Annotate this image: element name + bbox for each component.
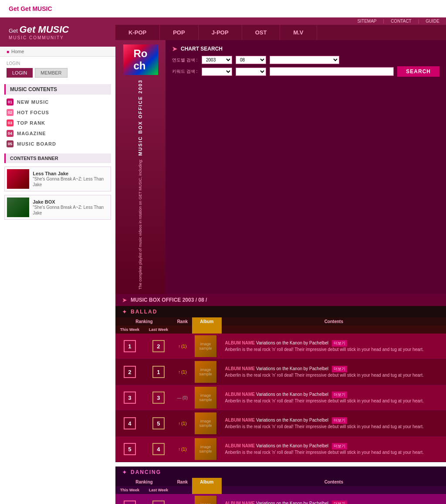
contents-col-header-d xyxy=(222,486,446,494)
album-thumb-text: imagesample xyxy=(199,445,212,453)
nav-label-2: HOT FOCUS xyxy=(17,110,49,115)
album-name-row: ALBUM NAME Variations on the Kanon by Pa… xyxy=(225,366,443,372)
nav-item-top-rank[interactable]: 03 TOP RANK xyxy=(0,118,115,128)
album-col-header-d xyxy=(192,486,222,494)
top-logo-music: Get MUSIC xyxy=(20,5,52,12)
album-thumb-text: imagesample xyxy=(199,368,212,376)
contents-cell: ALBUM NAME Variations on the Kanon by Pa… xyxy=(222,436,446,462)
rank-num-box: 3 xyxy=(124,392,136,404)
contents-header: Contents xyxy=(222,317,446,326)
album-cell[interactable]: imagesample xyxy=(192,411,222,436)
nav-item-hot-focus[interactable]: 02 HOT FOCUS xyxy=(0,107,115,118)
banner-thumb-1 xyxy=(7,169,29,189)
tab-mv[interactable]: M.V xyxy=(280,25,317,40)
member-button[interactable]: MEMBER xyxy=(35,68,67,78)
album-thumb-text: imagesample xyxy=(199,502,212,504)
nav-label-5: MUSIC BOARD xyxy=(17,141,56,146)
nav-sep-1: | xyxy=(383,19,385,24)
keyword-input[interactable] xyxy=(270,67,394,76)
dancing-name: DANCING xyxy=(131,469,161,475)
tab-pop[interactable]: POP xyxy=(160,25,198,40)
last-week-num-box: 5 xyxy=(152,417,165,429)
year-select-2[interactable]: 08 xyxy=(236,56,266,64)
this-week-header-b: This Week xyxy=(115,326,144,334)
nav-num-1: 01 xyxy=(7,99,14,106)
year-select-3[interactable] xyxy=(270,56,339,64)
album-col-header-b xyxy=(192,326,222,334)
album-thumb: imagesample xyxy=(195,438,216,460)
year-search-label: 연도별 검색 : xyxy=(172,57,198,63)
nav-sitemap[interactable]: SITEMAP xyxy=(358,19,377,24)
tab-jpop[interactable]: J-POP xyxy=(199,25,242,40)
music-box-header: ➤ MUSIC BOX OFFICE 2003 / 08 / xyxy=(115,294,446,306)
year-select-1[interactable]: 2003 xyxy=(202,56,232,64)
more-button[interactable]: 더보기 xyxy=(332,366,347,372)
keyword-select-2[interactable] xyxy=(236,68,266,76)
more-button[interactable]: 더보기 xyxy=(332,443,347,450)
more-button[interactable]: 더보기 xyxy=(332,501,347,504)
album-name-row: ALBUM NAME Variations on the Kanon by Pa… xyxy=(225,340,443,347)
keyword-select-1[interactable] xyxy=(202,68,232,76)
more-button[interactable]: 더보기 xyxy=(332,340,347,347)
album-thumb: imagesample xyxy=(195,387,216,409)
contents-cell: ALBUM NAME Variations on the Kanon by Pa… xyxy=(222,334,446,359)
sidebar: Get Get MUSIC MUSIC COMMUNITY ■ Home LOG… xyxy=(0,17,115,504)
banner-search-area: Roch MUSIC BOX OFFICE 2003 The complete … xyxy=(115,40,446,294)
album-cell[interactable]: imagesample xyxy=(192,334,222,359)
nav-contact[interactable]: CONTACT xyxy=(391,19,412,24)
album-name-label: ALBUM NAME xyxy=(225,366,255,371)
content-desc: Anberlin is the real rock 'n' roll deal!… xyxy=(225,347,443,353)
genre-tabs: K-POP POP J-POP OST M.V xyxy=(115,25,446,40)
login-button[interactable]: LOGIN xyxy=(7,68,33,78)
dancing-star: ✦ xyxy=(122,469,127,476)
nav-item-music-board[interactable]: 05 MUSIC BOARD xyxy=(0,139,115,149)
album-thumb: imagesample xyxy=(195,361,216,383)
album-cell[interactable]: imagesample xyxy=(192,494,222,504)
banner-item-1[interactable]: Less Than Jake "She's Gonna Break A~Z: L… xyxy=(4,167,111,191)
nav-num-5: 05 xyxy=(7,140,14,147)
keyword-search-row: 키워드 검색 : SEARCH xyxy=(172,66,439,77)
content-desc: Anberlin is the real rock 'n' roll deal!… xyxy=(225,372,443,378)
album-name-label: ALBUM NAME xyxy=(225,392,255,397)
music-box-title: MUSIC BOX OFFICE 2003 / 08 / xyxy=(131,297,207,303)
rank-change-header: Rank xyxy=(173,317,192,326)
album-name-row: ALBUM NAME Variations on the Kanon by Pa… xyxy=(225,443,443,450)
album-name-row: ALBUM NAME Variations on the Kanon by Pa… xyxy=(225,501,443,504)
more-button[interactable]: 더보기 xyxy=(332,417,347,424)
contents-cell: ALBUM NAME Variations on the Kanon by Pa… xyxy=(222,385,446,411)
rank-num-box: 1 xyxy=(124,340,136,352)
top-bar: Get Get MUSIC xyxy=(0,0,446,17)
rank-change-cell: ↑(1) xyxy=(173,334,192,359)
album-name-label: ALBUM NAME xyxy=(225,341,255,345)
content-desc: Anberlin is the real rock 'n' roll deal!… xyxy=(225,424,443,430)
rank-change-indicator: ↑(1) xyxy=(176,421,189,426)
album-cell[interactable]: imagesample xyxy=(192,436,222,462)
search-button[interactable]: SEARCH xyxy=(397,66,439,77)
tab-ost[interactable]: OST xyxy=(242,25,280,40)
sidebar-logo-get: Get Get MUSIC xyxy=(9,24,69,35)
tab-kpop[interactable]: K-POP xyxy=(115,25,160,40)
nav-item-magazine[interactable]: 04 MAGAZINE xyxy=(0,128,115,139)
nav-item-new-music[interactable]: 01 NEW MUSIC xyxy=(0,97,115,107)
content-panel: Roch MUSIC BOX OFFICE 2003 The complete … xyxy=(115,40,446,504)
album-cell[interactable]: imagesample xyxy=(192,385,222,411)
login-area: LOGIN LOGIN MEMBER xyxy=(0,57,115,82)
more-button[interactable]: 더보기 xyxy=(332,392,347,398)
last-week-num-box: 2 xyxy=(152,501,165,504)
nav-guide[interactable]: GUIDE xyxy=(426,19,439,24)
last-week-num-box: 3 xyxy=(152,392,165,404)
ranking-header: Ranking xyxy=(115,317,173,326)
home-label: Home xyxy=(11,49,24,54)
rank-change-cell: ↑(1) xyxy=(173,494,192,504)
album-cell[interactable]: imagesample xyxy=(192,359,222,385)
banner-item-2[interactable]: Jake BOX "She's Gonna Break A~Z: Less Th… xyxy=(4,195,111,220)
banner-logo: Roch xyxy=(123,44,158,75)
sidebar-logo: Get Get MUSIC MUSIC COMMUNITY xyxy=(0,17,115,47)
contents-cell: ALBUM NAME Variations on the Kanon by Pa… xyxy=(222,359,446,385)
last-week-cell: 1 xyxy=(144,359,173,385)
album-name-val: Variations on the Kanon by Pachelbel xyxy=(256,501,328,504)
album-thumb: imagesample xyxy=(195,496,216,504)
sidebar-logo-community: MUSIC COMMUNITY xyxy=(9,35,64,40)
dancing-rank-header: Rank xyxy=(173,478,192,486)
rank-num-box: 2 xyxy=(124,366,136,378)
